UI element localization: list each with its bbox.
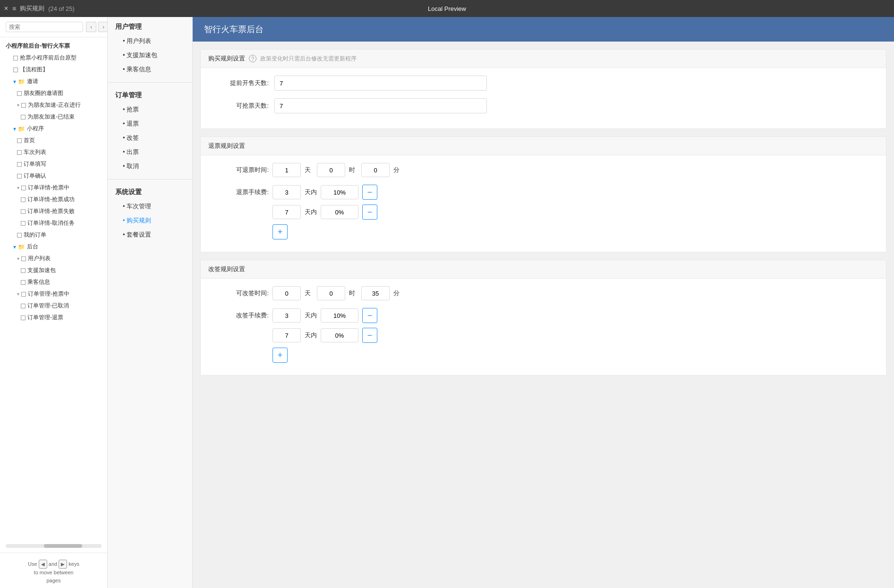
top-bar-left: ✕ ≡ 购买规则 (24 of 25) <box>0 0 78 17</box>
sidebar-item-my-orders[interactable]: 我的订单 <box>0 229 107 241</box>
item-label: 朋友圈的邀请图 <box>24 89 63 97</box>
sidebar-item-order-detail-fail[interactable]: 订单详情-抢票失败 <box>0 205 107 217</box>
sidebar-tree: 小程序前后台-智行火车票 抢票小程序前后台原型 【流程图】 ▾ 📁 邀请 朋友圈… <box>0 37 107 542</box>
min-unit: 分 <box>393 166 402 174</box>
page-icon <box>13 68 18 72</box>
purchase-rules-title: 购买规则设置 <box>208 54 245 63</box>
sidebar-item-speed-pack[interactable]: 支援加速包 <box>0 264 107 276</box>
sidebar-item-invite[interactable]: ▾ 📁 邀请 <box>0 76 107 87</box>
change-day-unit: 天 <box>305 289 313 298</box>
scroll-track[interactable] <box>6 544 102 548</box>
sidebar-item-flowchart[interactable]: 【流程图】 <box>0 64 107 76</box>
page-icon <box>21 197 26 202</box>
sidebar-item-order-detail-cancel[interactable]: 订单详情-取消任务 <box>0 217 107 229</box>
page-icon <box>17 150 22 155</box>
nav-item-grab-ticket[interactable]: • 抢票 <box>115 102 185 117</box>
advance-days-label: 提前开售天数: <box>212 79 269 87</box>
nav-item-speed-pack[interactable]: • 支援加速包 <box>115 48 185 62</box>
advance-days-input[interactable] <box>274 76 487 91</box>
change-add-btn[interactable]: + <box>272 348 288 363</box>
grabbable-days-label: 可抢票天数: <box>212 102 269 110</box>
refundable-days-input[interactable] <box>272 163 301 177</box>
search-input[interactable] <box>6 22 83 32</box>
change-days-1-input[interactable] <box>272 308 301 323</box>
refundable-hours-input[interactable] <box>317 163 345 177</box>
sidebar-item-speed-ongoing[interactable]: ▾ 为朋友加速-正在进行 <box>0 99 107 111</box>
sidebar-item-order-mgmt-grabbing[interactable]: ▾ 订单管理-抢票中 <box>0 288 107 300</box>
item-label: 乘客信息 <box>27 278 50 286</box>
nav-divider-2 <box>108 179 192 179</box>
content-title: 智行火车票后台 <box>204 25 264 34</box>
refundable-minutes-input[interactable] <box>361 163 390 177</box>
nav-item-issue-ticket[interactable]: • 出票 <box>115 145 185 159</box>
item-label: 【流程图】 <box>20 66 48 74</box>
nav-item-refund[interactable]: • 退票 <box>115 117 185 131</box>
sidebar-item-user-list[interactable]: ▾ 用户列表 <box>0 253 107 264</box>
sidebar-item-backend[interactable]: ▾ 📁 后台 <box>0 241 107 253</box>
item-label: 为朋友加速-正在进行 <box>28 101 81 109</box>
refundable-time-row: 可退票时间: 天 时 分 <box>212 163 875 177</box>
change-days-in-unit-2: 天内 <box>305 331 317 340</box>
changeable-time-row: 可改签时间: 天 时 分 <box>212 286 875 300</box>
item-label: 后台 <box>27 243 38 251</box>
close-icon: ✕ <box>4 5 9 12</box>
sidebar-item-order-mgmt-refund[interactable]: 订单管理-退票 <box>0 312 107 324</box>
sidebar-item-train-list[interactable]: 车次列表 <box>0 146 107 158</box>
nav-item-passenger-info[interactable]: • 乘客信息 <box>115 62 185 77</box>
item-label: 订单详情-抢票失败 <box>27 207 75 215</box>
change-pct-2-input[interactable] <box>321 328 358 342</box>
help-icon[interactable]: ? <box>249 55 256 62</box>
sidebar-item-miniprogram[interactable]: ▾ 📁 小程序 <box>0 123 107 135</box>
changeable-hours-input[interactable] <box>317 286 345 300</box>
sidebar-item-speed-done[interactable]: 为朋友加速-已结束 <box>0 111 107 123</box>
sidebar-footer: Use ◀ and ▶ keys to move between pages <box>0 553 107 588</box>
page-icon <box>21 268 26 273</box>
change-remove-2-btn[interactable]: − <box>362 328 377 343</box>
refund-remove-2-btn[interactable]: − <box>362 205 377 220</box>
sidebar-header: ‹ › <box>0 17 107 37</box>
nav-item-cancel[interactable]: • 取消 <box>115 159 185 173</box>
nav-item-change[interactable]: • 改签 <box>115 131 185 145</box>
change-remove-1-btn[interactable]: − <box>362 308 377 323</box>
sidebar-item-home[interactable]: 首页 <box>0 135 107 146</box>
sidebar-item-order-mgmt-cancelled[interactable]: 订单管理-已取消 <box>0 300 107 312</box>
changeable-days-input[interactable] <box>272 286 301 300</box>
nav-item-user-list[interactable]: • 用户列表 <box>115 34 185 48</box>
pages-text: pages <box>47 578 61 583</box>
nav-item-package[interactable]: • 套餐设置 <box>115 228 185 242</box>
nav-prev-btn[interactable]: ‹ <box>86 22 96 32</box>
scroll-area <box>0 542 107 553</box>
sidebar-item-order-detail-success[interactable]: 订单详情-抢票成功 <box>0 194 107 205</box>
sidebar-item-invite-img[interactable]: 朋友圈的邀请图 <box>0 87 107 99</box>
sidebar-item-order-detail-grabbing[interactable]: ▾ 订单详情-抢票中 <box>0 182 107 194</box>
refund-remove-1-btn[interactable]: − <box>362 185 377 200</box>
sidebar-item-passenger[interactable]: 乘客信息 <box>0 276 107 288</box>
page-icon <box>17 233 22 238</box>
page-icon <box>21 315 26 320</box>
nav-item-label: • 支援加速包 <box>123 51 157 59</box>
nav-item-label: • 套餐设置 <box>123 231 151 238</box>
refund-days-1-input[interactable] <box>272 185 301 199</box>
refund-add-btn[interactable]: + <box>272 224 288 239</box>
change-pct-1-input[interactable] <box>321 308 358 323</box>
use-text: Use <box>28 561 37 567</box>
nav-item-label: • 用户列表 <box>123 37 151 44</box>
changeable-minutes-input[interactable] <box>361 286 390 300</box>
refund-pct-2-input[interactable] <box>321 205 358 219</box>
refund-rules-title: 退票规则设置 <box>208 142 245 150</box>
key-right: ▶ <box>59 560 67 569</box>
refund-pct-1-input[interactable] <box>321 185 358 199</box>
nav-item-purchase-rules[interactable]: • 购买规则 <box>115 213 185 228</box>
sidebar-item-order-fill[interactable]: 订单填写 <box>0 158 107 170</box>
scroll-thumb[interactable] <box>44 544 82 548</box>
sidebar-item-order-confirm[interactable]: 订单确认 <box>0 170 107 182</box>
change-days-2-input[interactable] <box>272 328 301 342</box>
refund-add-row: + <box>212 224 875 239</box>
refund-rules-card: 退票规则设置 可退票时间: 天 时 分 退票手续费: <box>200 136 886 252</box>
grabbable-days-input[interactable] <box>274 98 487 113</box>
nav-next-btn[interactable]: › <box>98 22 108 32</box>
sidebar: ‹ › 小程序前后台-智行火车票 抢票小程序前后台原型 【流程图】 ▾ 📁 邀请 <box>0 17 108 588</box>
refund-days-2-input[interactable] <box>272 205 301 219</box>
sidebar-item-prototype[interactable]: 抢票小程序前后台原型 <box>0 52 107 64</box>
nav-item-train-mgmt[interactable]: • 车次管理 <box>115 199 185 213</box>
